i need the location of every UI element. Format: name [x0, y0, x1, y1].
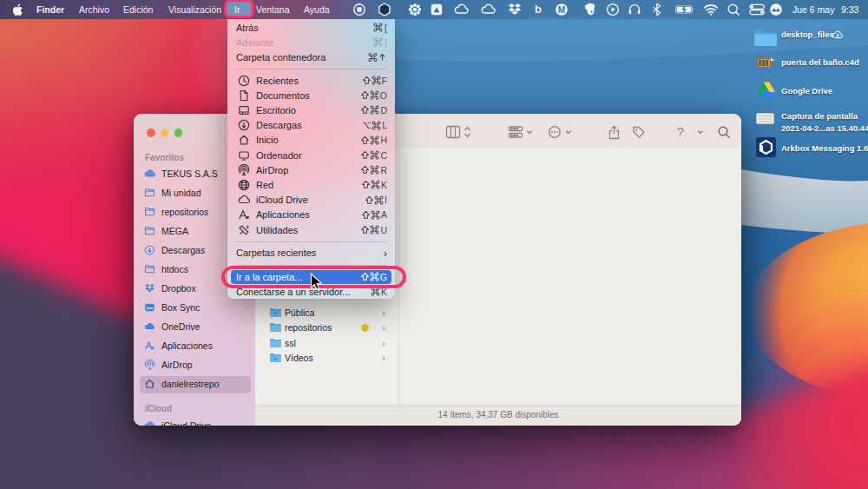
svg-text:M: M	[558, 5, 565, 15]
svg-text:box: box	[147, 306, 154, 310]
svg-text:?: ?	[677, 125, 684, 139]
svg-text:b: b	[535, 3, 542, 16]
